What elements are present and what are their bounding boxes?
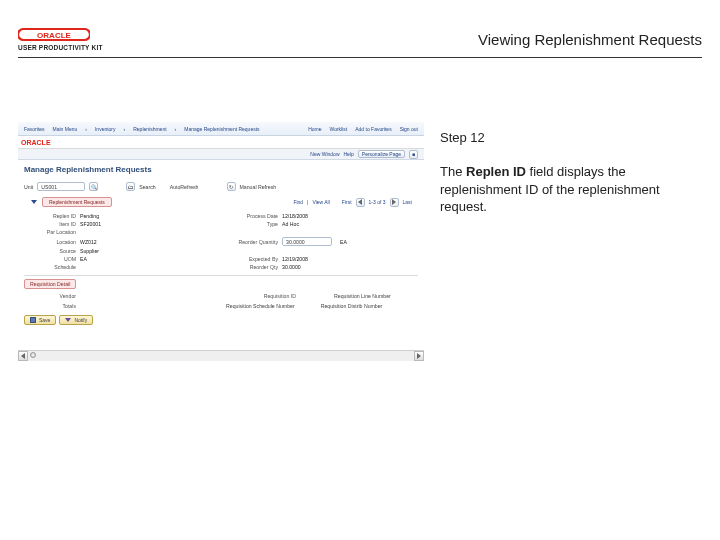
totals-row: Totals Requisition Schedule NumberRequis… bbox=[24, 303, 418, 309]
uom-label: UOM bbox=[24, 256, 76, 262]
horizontal-scrollbar[interactable] bbox=[18, 350, 424, 360]
oracle-logo: ORACLE bbox=[18, 28, 90, 42]
nav-replenishment[interactable]: Replenishment bbox=[133, 126, 166, 132]
svg-text:ORACLE: ORACLE bbox=[21, 139, 51, 146]
req-distrib-label: Requisition Distrib Number bbox=[321, 303, 383, 309]
location-value: WZ012 bbox=[80, 239, 97, 245]
next-icon[interactable] bbox=[390, 198, 399, 207]
requisition-detail-section: Requisition Detail Vendor Requisition ID… bbox=[24, 275, 418, 299]
replen-id-value: Pending bbox=[80, 213, 99, 219]
unit-field[interactable]: US001 bbox=[37, 182, 85, 191]
app-heading: Manage Replenishment Requests bbox=[18, 160, 424, 178]
document-header: ORACLE USER PRODUCTIVITY KIT Viewing Rep… bbox=[18, 22, 702, 58]
toolbar-help[interactable]: Help bbox=[344, 151, 354, 157]
nav-view-all[interactable]: View All bbox=[312, 199, 329, 205]
location-label: Location bbox=[24, 239, 76, 245]
app-topnav: Favorites Main Menu › Inventory › Replen… bbox=[18, 122, 424, 136]
unit-search-row: Unit US001 🔍 🗂 Search AutoRefresh ↻ Manu… bbox=[24, 182, 418, 191]
reorder-qty-field[interactable]: 30.0000 bbox=[282, 237, 332, 246]
instruction-text: The Replen ID field displays the repleni… bbox=[440, 163, 690, 216]
expected-by-value: 12/19/2008 bbox=[282, 256, 308, 262]
instr-pre: The bbox=[440, 164, 466, 179]
collapse-icon[interactable] bbox=[30, 198, 38, 206]
nav-home[interactable]: Home bbox=[308, 126, 321, 132]
req-line-label: Requisition Line Number bbox=[334, 293, 391, 299]
nav-inventory[interactable]: Inventory bbox=[95, 126, 116, 132]
reorder-qty-label: Reorder Quantity bbox=[226, 239, 278, 245]
reorder-qty2-label: Reorder Qty bbox=[226, 264, 278, 270]
source-value: Supplier bbox=[80, 248, 99, 254]
step-label: Step 12 bbox=[440, 130, 690, 145]
oracle-logo-block: ORACLE USER PRODUCTIVITY KIT bbox=[18, 28, 103, 51]
svg-text:ORACLE: ORACLE bbox=[37, 31, 71, 40]
scroll-thumb[interactable] bbox=[30, 352, 36, 358]
reorder-qty2-value: 30.0000 bbox=[282, 264, 301, 270]
item-id-value: SF20001 bbox=[80, 221, 101, 227]
app-brand-bar: ORACLE bbox=[18, 136, 424, 149]
nav-main-menu[interactable]: Main Menu bbox=[53, 126, 78, 132]
process-date-value: 12/18/2008 bbox=[282, 213, 308, 219]
action-row: Save Notify bbox=[24, 315, 418, 325]
replen-requests-tab[interactable]: Replenishment Requests bbox=[42, 197, 112, 207]
uom-value: EA bbox=[340, 239, 347, 245]
type-value: Ad Hoc bbox=[282, 221, 299, 227]
scroll-right-icon[interactable] bbox=[414, 351, 424, 361]
source-label: Source bbox=[24, 248, 76, 254]
autorefresh-label[interactable]: AutoRefresh bbox=[170, 184, 199, 190]
search-label[interactable]: Search bbox=[139, 184, 155, 190]
replen-id-label: Replen ID bbox=[24, 213, 76, 219]
http-icon[interactable]: ■ bbox=[409, 150, 418, 159]
scroll-left-icon[interactable] bbox=[18, 351, 28, 361]
nav-first[interactable]: First bbox=[342, 199, 352, 205]
type-label: Type bbox=[226, 221, 278, 227]
instr-bold: Replen ID bbox=[466, 164, 526, 179]
schedule-label: Schedule bbox=[24, 264, 76, 270]
nav-worklist[interactable]: Worklist bbox=[330, 126, 348, 132]
uom-value-2: EA bbox=[80, 256, 87, 262]
nav-find[interactable]: Find bbox=[293, 199, 303, 205]
prev-icon[interactable] bbox=[356, 198, 365, 207]
nav-add-fav[interactable]: Add to Favorites bbox=[355, 126, 391, 132]
requisition-detail-header[interactable]: Requisition Detail bbox=[24, 279, 76, 289]
lookup-icon[interactable]: 🔍 bbox=[89, 182, 98, 191]
nav-page: 1-3 of 3 bbox=[369, 199, 386, 205]
item-id-label: Item ID bbox=[24, 221, 76, 227]
nav-last[interactable]: Last bbox=[403, 199, 412, 205]
par-loc-label: Par Location bbox=[24, 229, 76, 235]
instruction-panel: Step 12 The Replen ID field displays the… bbox=[440, 130, 690, 216]
app-toolbar: New Window Help Personalize Page ■ bbox=[18, 149, 424, 160]
req-id-label: Requisition ID bbox=[226, 293, 296, 299]
unit-label: Unit bbox=[24, 184, 33, 190]
section-tab-row: Replenishment Requests Find | View All F… bbox=[24, 197, 418, 207]
totals-label: Totals bbox=[24, 303, 76, 309]
app-body: Unit US001 🔍 🗂 Search AutoRefresh ↻ Manu… bbox=[18, 178, 424, 331]
oracle-app-logo: ORACLE bbox=[21, 138, 63, 146]
manual-refresh-label[interactable]: Manual Refresh bbox=[240, 184, 277, 190]
expected-by-label: Expected By bbox=[226, 256, 278, 262]
nav-manage-replen[interactable]: Manage Replenishment Requests bbox=[184, 126, 259, 132]
notify-icon bbox=[65, 318, 71, 322]
toolbar-new-window[interactable]: New Window bbox=[310, 151, 339, 157]
nav-signout[interactable]: Sign out bbox=[400, 126, 418, 132]
vendor-label: Vendor bbox=[24, 293, 76, 299]
req-sched-label: Requisition Schedule Number bbox=[226, 303, 295, 309]
save-button[interactable]: Save bbox=[24, 315, 56, 325]
save-icon bbox=[30, 317, 36, 323]
field-grid: Replen IDPending Process Date12/18/2008 … bbox=[24, 213, 418, 270]
nav-favorites[interactable]: Favorites bbox=[24, 126, 45, 132]
process-date-label: Process Date bbox=[226, 213, 278, 219]
notify-button[interactable]: Notify bbox=[59, 315, 93, 325]
app-screenshot: Favorites Main Menu › Inventory › Replen… bbox=[18, 122, 424, 360]
logo-subtitle: USER PRODUCTIVITY KIT bbox=[18, 44, 103, 51]
refresh-icon[interactable]: ↻ bbox=[227, 182, 236, 191]
scroll-track[interactable] bbox=[28, 351, 414, 361]
search-icon[interactable]: 🗂 bbox=[126, 182, 135, 191]
toolbar-personalize[interactable]: Personalize Page bbox=[358, 150, 405, 158]
page-title: Viewing Replenishment Requests bbox=[478, 31, 702, 48]
